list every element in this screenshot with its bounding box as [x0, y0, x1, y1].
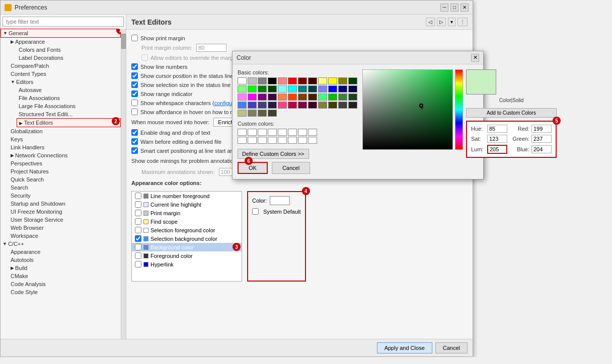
minimize-button[interactable]: ─ [440, 4, 448, 12]
basic-color-cell-31[interactable] [308, 94, 317, 101]
custom-cell-13[interactable] [278, 137, 287, 144]
red-input[interactable] [531, 125, 552, 133]
basic-color-cell-23[interactable] [348, 85, 357, 93]
basic-color-cell-51[interactable] [268, 110, 277, 117]
tree-item-label-decorations[interactable]: Label Decorations [9, 54, 121, 62]
color-item-find-scope[interactable]: Find scope [132, 217, 242, 226]
checkbox-warn-editing[interactable] [131, 138, 138, 145]
tree-leaf-autotools[interactable]: Autotools [9, 256, 121, 264]
tree-leaf-web-browser[interactable]: Web Browser [9, 224, 121, 232]
tree-leaf-globalization[interactable]: Globalization [9, 127, 121, 135]
tree-leaf-code-style[interactable]: Code Style [9, 288, 121, 296]
basic-color-cell-21[interactable] [328, 85, 337, 93]
tree-leaf-cpp-appearance[interactable]: Appearance [9, 248, 121, 256]
basic-color-cell-4[interactable] [278, 77, 287, 84]
basic-color-cell-25[interactable] [248, 94, 257, 101]
basic-color-cell-29[interactable] [288, 94, 297, 101]
checkbox-smart-caret[interactable] [131, 147, 138, 154]
basic-color-cell-50[interactable] [258, 110, 267, 117]
tree-item-cpp[interactable]: ▼ C/C++ [1, 240, 121, 248]
color-item-background[interactable]: Background color 3 [132, 243, 242, 251]
tree-leaf-security[interactable]: Security [9, 192, 121, 200]
basic-color-cell-37[interactable] [248, 102, 257, 109]
color-item-print-margin[interactable]: Print margin [132, 209, 242, 217]
basic-color-cell-32[interactable] [318, 94, 327, 101]
hue-slider[interactable] [455, 69, 463, 150]
check-background[interactable] [135, 244, 141, 250]
tree-leaf-startup[interactable]: Startup and Shutdown [9, 200, 121, 208]
menu-button[interactable]: ▾ [448, 18, 455, 26]
tree-leaf-compare-patch[interactable]: Compare/Patch [9, 62, 121, 70]
add-custom-button[interactable]: Add to Custom Colors [466, 108, 557, 118]
tree-item-editors[interactable]: ▼ Editors [9, 78, 121, 86]
basic-color-cell-44[interactable] [318, 102, 327, 109]
checkbox-show-cursor-pos[interactable] [131, 72, 138, 79]
hue-input[interactable] [487, 125, 507, 133]
green-input[interactable] [531, 135, 552, 143]
cancel-button[interactable]: Cancel [435, 342, 468, 353]
basic-color-cell-33[interactable] [328, 94, 337, 101]
basic-color-cell-40[interactable] [278, 102, 287, 109]
tree-scrollbar-thumb[interactable] [121, 34, 126, 49]
checkbox-show-range[interactable] [131, 90, 138, 97]
basic-color-cell-6[interactable] [298, 77, 307, 84]
tree-leaf-text-editors[interactable]: ▶ Text Editors [17, 118, 121, 127]
basic-color-cell-5[interactable] [288, 77, 297, 84]
basic-color-cell-10[interactable] [338, 77, 347, 84]
color-item-selection-fg[interactable]: Selection foreground color [132, 226, 242, 234]
basic-color-cell-30[interactable] [298, 94, 307, 101]
custom-cell-7[interactable] [298, 129, 307, 136]
checkbox-show-whitespace[interactable] [131, 100, 138, 106]
check-hyperlink[interactable] [135, 261, 141, 267]
basic-color-cell-45[interactable] [328, 102, 337, 109]
lum-input[interactable] [487, 145, 507, 154]
tree-item-general[interactable]: ▼ General 1 [1, 29, 121, 38]
tree-leaf-user-storage[interactable]: User Storage Service [9, 216, 121, 224]
forward-button[interactable]: ▷ [437, 18, 446, 26]
dialog-close-button[interactable]: ✕ [471, 54, 479, 62]
tree-leaf-large-file[interactable]: Large File Associations [17, 102, 121, 110]
checkbox-enable-drag[interactable] [131, 129, 138, 136]
check-system-default[interactable] [252, 208, 259, 215]
basic-color-cell-36[interactable] [238, 102, 247, 109]
sat-input[interactable] [487, 135, 507, 143]
color-picker-button[interactable] [270, 196, 290, 205]
check-current-line[interactable] [135, 201, 141, 208]
tree-leaf-link-handlers[interactable]: Link Handlers [9, 143, 121, 151]
basic-color-cell-19[interactable] [308, 85, 317, 93]
color-item-selection-bg[interactable]: Selection background color [132, 234, 242, 243]
custom-cell-1[interactable] [238, 129, 247, 136]
check-print-margin[interactable] [135, 210, 141, 216]
basic-color-cell-3[interactable] [268, 77, 277, 84]
tree-leaf-content-types[interactable]: Content Types [9, 70, 121, 78]
basic-color-cell-27[interactable] [268, 94, 277, 101]
basic-color-cell-46[interactable] [338, 102, 347, 109]
checkbox-show-selection-size[interactable] [131, 81, 138, 88]
basic-color-cell-11[interactable] [348, 77, 357, 84]
tree-item-build[interactable]: ▶ Build [9, 264, 121, 272]
custom-cell-14[interactable] [288, 137, 297, 144]
tree-leaf-workspace[interactable]: Workspace [9, 232, 121, 240]
ok-button[interactable]: OK [238, 162, 268, 174]
tree-leaf-structured-text[interactable]: Structured Text Editi... [17, 110, 121, 118]
color-item-line-number-fg[interactable]: Line number foreground [132, 192, 242, 200]
input-print-margin-col[interactable] [196, 44, 226, 52]
custom-cell-3[interactable] [258, 129, 267, 136]
tree-leaf-cmake[interactable]: CMake [9, 272, 121, 280]
basic-color-cell-48[interactable] [238, 110, 247, 117]
basic-color-cell-35[interactable] [348, 94, 357, 101]
checkbox-show-print-margin[interactable] [131, 35, 138, 41]
checkbox-allow-override[interactable] [141, 54, 148, 61]
tree-item-colors-fonts[interactable]: Colors and Fonts [9, 46, 121, 54]
basic-color-cell-20[interactable] [318, 85, 327, 93]
custom-cell-12[interactable] [268, 137, 277, 144]
tree-item-appearance[interactable]: ▶ Appearance [9, 38, 121, 46]
custom-cell-15[interactable] [298, 137, 307, 144]
tree-leaf-ui-freeze[interactable]: UI Freeze Monitoring [9, 208, 121, 216]
check-selection-fg[interactable] [135, 227, 141, 233]
basic-color-cell-42[interactable] [298, 102, 307, 109]
tree-leaf-search[interactable]: Search [9, 184, 121, 192]
checkbox-show-affordance[interactable] [131, 109, 138, 115]
basic-color-cell-22[interactable] [338, 85, 347, 93]
basic-color-cell-13[interactable] [248, 85, 257, 93]
